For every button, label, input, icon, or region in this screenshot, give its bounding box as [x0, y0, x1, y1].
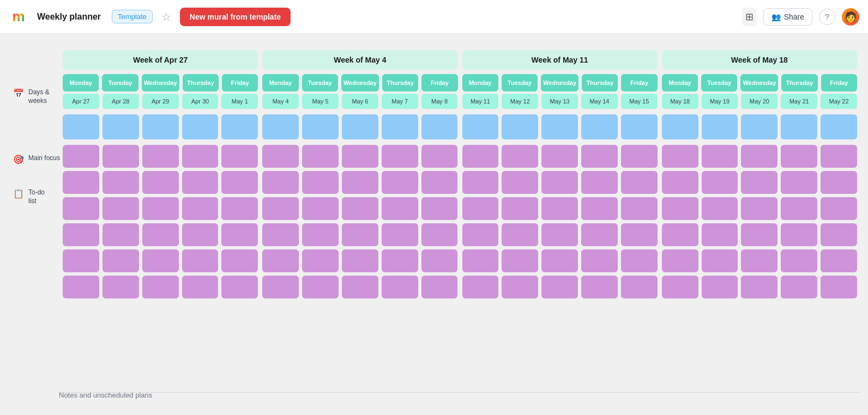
todo-cell[interactable] — [182, 171, 219, 194]
todo-cell[interactable] — [581, 145, 618, 168]
todo-cell[interactable] — [462, 145, 499, 168]
todo-cell[interactable] — [581, 171, 618, 194]
todo-cell[interactable] — [63, 197, 99, 220]
todo-cell[interactable] — [462, 171, 499, 194]
focus-cell[interactable] — [821, 114, 857, 139]
new-mural-button[interactable]: New mural from template — [180, 8, 291, 26]
todo-cell[interactable] — [821, 171, 857, 194]
todo-cell[interactable] — [221, 171, 258, 194]
todo-cell[interactable] — [382, 223, 418, 246]
todo-cell[interactable] — [63, 145, 99, 168]
todo-cell[interactable] — [262, 223, 299, 246]
todo-cell[interactable] — [103, 276, 139, 298]
focus-cell[interactable] — [63, 114, 99, 139]
todo-cell[interactable] — [821, 223, 857, 246]
todo-cell[interactable] — [302, 276, 339, 298]
todo-cell[interactable] — [502, 145, 538, 168]
todo-cell[interactable] — [421, 223, 458, 246]
todo-cell[interactable] — [821, 249, 857, 272]
todo-cell[interactable] — [741, 223, 777, 246]
focus-cell[interactable] — [581, 114, 618, 139]
grid-view-button[interactable]: ⊞ — [742, 8, 757, 26]
todo-cell[interactable] — [621, 249, 658, 272]
focus-cell[interactable] — [182, 114, 219, 139]
todo-cell[interactable] — [462, 197, 499, 220]
todo-cell[interactable] — [621, 171, 658, 194]
todo-cell[interactable] — [541, 249, 578, 272]
todo-cell[interactable] — [421, 197, 458, 220]
todo-cell[interactable] — [781, 276, 817, 298]
todo-cell[interactable] — [502, 197, 538, 220]
todo-cell[interactable] — [142, 145, 179, 168]
focus-cell[interactable] — [502, 114, 538, 139]
todo-cell[interactable] — [781, 145, 817, 168]
todo-cell[interactable] — [421, 145, 458, 168]
todo-cell[interactable] — [262, 171, 299, 194]
todo-cell[interactable] — [702, 145, 738, 168]
todo-cell[interactable] — [221, 276, 258, 298]
todo-cell[interactable] — [342, 249, 378, 272]
todo-cell[interactable] — [662, 276, 698, 298]
focus-cell[interactable] — [662, 114, 698, 139]
todo-cell[interactable] — [541, 276, 578, 298]
todo-cell[interactable] — [103, 197, 139, 220]
todo-cell[interactable] — [702, 223, 738, 246]
focus-cell[interactable] — [302, 114, 339, 139]
todo-cell[interactable] — [702, 249, 738, 272]
todo-cell[interactable] — [382, 145, 418, 168]
todo-cell[interactable] — [581, 197, 618, 220]
todo-cell[interactable] — [262, 249, 299, 272]
todo-cell[interactable] — [621, 145, 658, 168]
todo-cell[interactable] — [702, 171, 738, 194]
todo-cell[interactable] — [541, 145, 578, 168]
todo-cell[interactable] — [302, 171, 339, 194]
todo-cell[interactable] — [302, 249, 339, 272]
todo-cell[interactable] — [182, 197, 219, 220]
favorite-button[interactable]: ☆ — [159, 8, 173, 26]
todo-cell[interactable] — [741, 249, 777, 272]
todo-cell[interactable] — [621, 197, 658, 220]
todo-cell[interactable] — [421, 171, 458, 194]
todo-cell[interactable] — [781, 249, 817, 272]
todo-cell[interactable] — [103, 223, 139, 246]
todo-cell[interactable] — [581, 276, 618, 298]
todo-cell[interactable] — [821, 145, 857, 168]
focus-cell[interactable] — [221, 114, 258, 139]
todo-cell[interactable] — [221, 223, 258, 246]
todo-cell[interactable] — [103, 171, 139, 194]
share-button[interactable]: 👥 Share — [763, 8, 812, 26]
todo-cell[interactable] — [63, 171, 99, 194]
todo-cell[interactable] — [142, 249, 179, 272]
todo-cell[interactable] — [581, 249, 618, 272]
todo-cell[interactable] — [541, 223, 578, 246]
todo-cell[interactable] — [541, 197, 578, 220]
todo-cell[interactable] — [382, 276, 418, 298]
focus-cell[interactable] — [541, 114, 578, 139]
todo-cell[interactable] — [702, 276, 738, 298]
todo-cell[interactable] — [581, 223, 618, 246]
todo-cell[interactable] — [421, 276, 458, 298]
focus-cell[interactable] — [262, 114, 299, 139]
todo-cell[interactable] — [382, 249, 418, 272]
todo-cell[interactable] — [541, 171, 578, 194]
todo-cell[interactable] — [781, 223, 817, 246]
todo-cell[interactable] — [781, 171, 817, 194]
todo-cell[interactable] — [182, 249, 219, 272]
todo-cell[interactable] — [741, 276, 777, 298]
todo-cell[interactable] — [662, 249, 698, 272]
template-badge[interactable]: Template — [112, 10, 153, 23]
todo-cell[interactable] — [182, 223, 219, 246]
todo-cell[interactable] — [621, 276, 658, 298]
todo-cell[interactable] — [662, 145, 698, 168]
todo-cell[interactable] — [741, 197, 777, 220]
todo-cell[interactable] — [502, 171, 538, 194]
todo-cell[interactable] — [502, 249, 538, 272]
todo-cell[interactable] — [221, 197, 258, 220]
todo-cell[interactable] — [462, 249, 499, 272]
todo-cell[interactable] — [502, 223, 538, 246]
todo-cell[interactable] — [182, 145, 219, 168]
todo-cell[interactable] — [342, 197, 378, 220]
user-avatar[interactable]: 🧑 — [842, 8, 859, 26]
todo-cell[interactable] — [63, 249, 99, 272]
todo-cell[interactable] — [382, 171, 418, 194]
